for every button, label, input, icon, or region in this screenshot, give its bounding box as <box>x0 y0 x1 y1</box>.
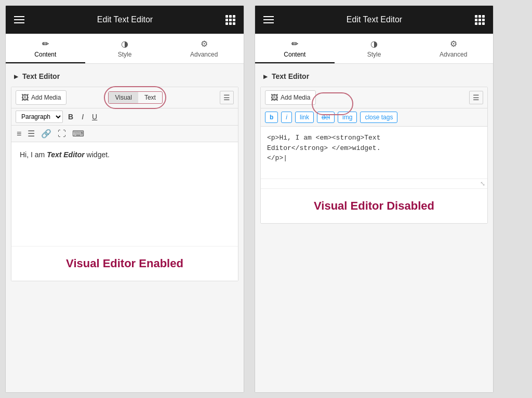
right-editor-caption: Visual Editor Disabled <box>261 188 487 223</box>
grid-menu-left[interactable] <box>225 15 235 25</box>
left-section-header: ▶ Text Editor <box>6 64 244 87</box>
editor-text-before: Hi, I am <box>20 150 47 159</box>
left-panel-header: Edit Text Editor <box>6 6 244 34</box>
left-editor-content[interactable]: Hi, I am Text Editor widget. <box>11 142 238 246</box>
html-closetags-button[interactable]: close tags <box>360 112 397 123</box>
visual-text-toggle-left: Visual Text <box>108 91 162 104</box>
left-tab-content[interactable]: ✏ Content <box>6 34 85 63</box>
italic-button[interactable]: I <box>78 111 87 122</box>
halfcircle-icon-left: ◑ <box>121 39 128 49</box>
left-add-media-button[interactable]: 🖼 Add Media <box>16 90 66 105</box>
keyboard-button[interactable]: ⌨ <box>71 128 85 140</box>
gear-icon-left: ⚙ <box>201 39 208 49</box>
hamburger-menu-left[interactable] <box>14 16 24 23</box>
right-tab-advanced[interactable]: ⚙ Advanced <box>414 34 493 63</box>
fullscreen-button[interactable]: ⛶ <box>57 128 67 140</box>
left-icons-bar: ≡ ☰ 🔗 ⛶ ⌨ <box>11 126 238 142</box>
html-del-button[interactable]: del <box>317 112 335 123</box>
kitchen-sink-button-right[interactable]: ☰ <box>469 91 483 104</box>
editor-text-after: widget. <box>85 150 110 159</box>
html-link-button[interactable]: link <box>295 112 314 123</box>
list-unordered-button[interactable]: ≡ <box>16 128 22 140</box>
right-html-tags-bar: b i link del img close tags <box>261 108 487 127</box>
list-ordered-button[interactable]: ☰ <box>26 128 36 140</box>
left-tabs-bar: ✏ Content ◑ Style ⚙ Advanced <box>6 34 244 64</box>
section-arrow-left: ▶ <box>14 74 18 79</box>
section-arrow-right: ▶ <box>263 74 268 79</box>
right-section-header: ▶ Text Editor <box>255 64 493 87</box>
underline-button[interactable]: U <box>89 111 100 122</box>
pencil-icon-left: ✏ <box>42 39 49 49</box>
html-i-button[interactable]: i <box>281 112 292 123</box>
left-tab-style[interactable]: ◑ Style <box>85 34 165 63</box>
right-code-area[interactable]: <p>Hi, I am <em><strong>Text Editor</str… <box>261 127 487 179</box>
right-panel-body: ▶ Text Editor 🖼 Add Media ☰ <box>255 64 493 392</box>
gear-icon-right: ⚙ <box>450 39 457 49</box>
media-icon-right: 🖼 <box>271 93 278 102</box>
right-tabs-bar: ✏ Content ◑ Style ⚙ Advanced <box>255 34 493 64</box>
left-editor-toolbar-top: 🖼 Add Media Visual Text ☰ <box>11 87 238 108</box>
html-b-button[interactable]: b <box>265 112 278 123</box>
pencil-icon-right: ✏ <box>291 39 298 49</box>
left-section-title: Text Editor <box>22 72 60 80</box>
editor-text-emphasis: Text Editor <box>47 150 85 159</box>
right-add-media-button[interactable]: 🖼 Add Media <box>265 90 316 105</box>
right-panel-title: Edit Text Editor <box>347 15 402 24</box>
visual-tab-button[interactable]: Visual <box>109 92 138 103</box>
left-editor-caption: Visual Editor Enabled <box>11 246 238 281</box>
right-tab-style[interactable]: ◑ Style <box>335 34 414 63</box>
left-format-bar: Paragraph B I U <box>11 108 238 126</box>
right-tab-content[interactable]: ✏ Content <box>255 34 335 63</box>
html-img-button[interactable]: img <box>338 112 357 123</box>
right-panel-header: Edit Text Editor <box>255 6 493 34</box>
paragraph-select[interactable]: Paragraph <box>16 111 63 123</box>
left-tab-advanced[interactable]: ⚙ Advanced <box>164 34 244 63</box>
right-editor-container: 🖼 Add Media ☰ b i link del img cl <box>260 87 488 224</box>
left-panel: Edit Text Editor ✏ Content ◑ Style ⚙ Adv… <box>5 5 244 393</box>
media-icon-left: 🖼 <box>21 93 29 102</box>
hamburger-menu-right[interactable] <box>263 16 274 23</box>
right-panel: Edit Text Editor ✏ Content ◑ Style ⚙ Adv… <box>255 5 494 393</box>
kitchen-sink-button-left[interactable]: ☰ <box>220 91 234 104</box>
left-panel-title: Edit Text Editor <box>97 15 153 24</box>
resize-handle-right[interactable]: ⤡ <box>261 179 487 188</box>
left-editor-container: 🖼 Add Media Visual Text ☰ P <box>11 87 238 281</box>
link-button[interactable]: 🔗 <box>40 128 52 140</box>
text-tab-button[interactable]: Text <box>138 92 162 103</box>
bold-button[interactable]: B <box>65 111 76 122</box>
right-section-title: Text Editor <box>272 72 309 80</box>
halfcircle-icon-right: ◑ <box>370 39 378 49</box>
left-panel-body: ▶ Text Editor 🖼 Add Media Visual Text <box>6 64 244 392</box>
right-editor-toolbar-top: 🖼 Add Media ☰ <box>261 87 487 108</box>
grid-menu-right[interactable] <box>475 15 485 25</box>
